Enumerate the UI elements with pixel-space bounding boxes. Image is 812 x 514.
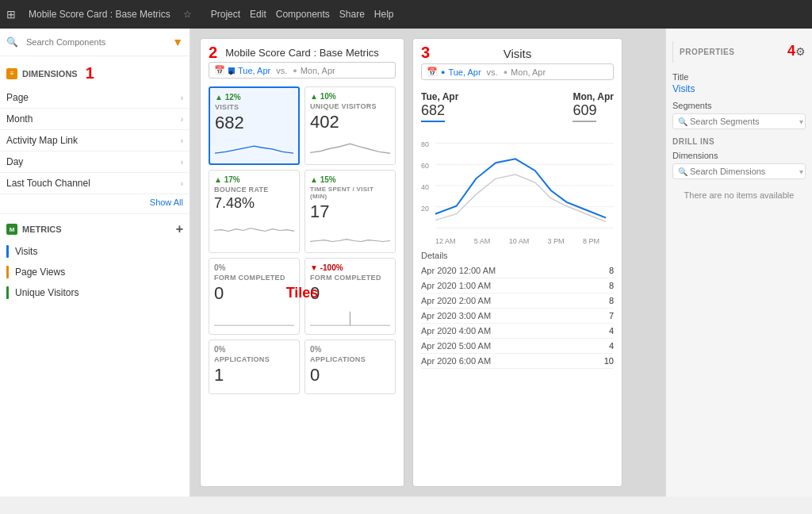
visits-date-filter[interactable]: 📅 ● Tue, Apr vs. ● Mon, Apr: [421, 63, 614, 80]
menu-share[interactable]: Share: [339, 9, 365, 20]
sidebar-item-month[interactable]: Month ›: [0, 109, 190, 130]
tile-form-completed-1[interactable]: 0% FORM COMPLETED 0: [209, 258, 300, 335]
title-field: Title Visits: [672, 72, 806, 94]
chevron-down-icon: ▾: [799, 167, 803, 176]
add-metric-button[interactable]: +: [176, 222, 183, 236]
tile-sparkline: [214, 307, 294, 329]
visits-chart: 80 60 40 20 12 AM 5 AM: [421, 135, 614, 238]
dot-gray: ●: [293, 67, 297, 75]
filter-icon[interactable]: ▼: [172, 36, 183, 48]
chevron-icon: ›: [181, 179, 183, 188]
tile-time-spent[interactable]: ▲ 15% TIME SPENT / VISIT (MIN) 17: [304, 170, 396, 253]
menu-components[interactable]: Components: [276, 9, 330, 20]
metrics-title: M METRICS +: [6, 222, 183, 236]
dimensions-title: ≡ DIMENSIONS 1: [6, 64, 183, 82]
annotation-1: 1: [86, 64, 94, 82]
tile-change: 0%: [214, 345, 294, 354]
menu-project[interactable]: Project: [211, 9, 240, 20]
metric-visits[interactable]: Visits: [0, 241, 190, 262]
svg-text:60: 60: [421, 162, 429, 170]
tile-label: FORM COMPLETED: [214, 274, 294, 282]
details-section: Details Apr 2020 12:00 AM 8 Apr 2020 1:0…: [421, 251, 614, 369]
menu-edit[interactable]: Edit: [250, 9, 266, 20]
sidebar-item-activity-map[interactable]: Activity Map Link ›: [0, 130, 190, 152]
chevron-icon: ›: [181, 115, 183, 124]
chart-x-axis: 12 AM 5 AM 10 AM 3 PM 8 PM: [421, 237, 614, 245]
right-sidebar: PROPERTIES 4 ⚙ Title Visits Segments 🔍 ▾…: [665, 29, 812, 497]
detail-row: Apr 2020 3:00 AM 7: [421, 309, 614, 324]
drill-ins-section: DRILL INS Dimensions 🔍 ▾ There are no it…: [672, 137, 806, 206]
detail-row: Apr 2020 1:00 AM 8: [421, 278, 614, 293]
visits-title: Visits: [504, 47, 532, 60]
dot-gray: ●: [504, 68, 508, 76]
svg-text:20: 20: [421, 205, 429, 213]
tile-bounce-rate[interactable]: ▲ 17% BOUNCE RATE 7.48%: [209, 170, 300, 253]
star-icon[interactable]: ☆: [183, 9, 192, 20]
tile-change: ▲ 10%: [310, 92, 390, 101]
metrics-icon: M: [6, 224, 17, 235]
svg-text:40: 40: [421, 183, 429, 191]
tile-sparkline: [214, 215, 294, 237]
tile-sparkline: [215, 136, 293, 159]
sidebar-item-last-touch[interactable]: Last Touch Channel ›: [0, 173, 190, 194]
annotation-4: 4: [787, 43, 795, 59]
sidebar-item-page[interactable]: Page ›: [0, 87, 190, 109]
center-content: 2 Mobile Score Card : Base Metrics 📅 ● T…: [190, 29, 665, 497]
tile-value: 17: [310, 201, 390, 222]
chevron-icon: ›: [181, 158, 183, 167]
tile-label: FORM COMPLETED: [310, 274, 390, 282]
chevron-icon: ›: [181, 136, 183, 145]
main-panel-card: 2 Mobile Score Card : Base Metrics 📅 ● T…: [200, 38, 404, 487]
tile-applications-1[interactable]: 0% APPLICATIONS 1: [209, 339, 300, 394]
metric-unique-visitors[interactable]: Unique Visitors: [0, 282, 190, 303]
menu-bar: Project Edit Components Share Help: [211, 9, 394, 20]
segments-search[interactable]: 🔍 ▾: [672, 113, 806, 129]
left-sidebar: 🔍 ▼ ≡ DIMENSIONS 1 Page › Month › Act: [0, 29, 190, 497]
dot-blue: ●: [441, 68, 445, 76]
dimensions-search[interactable]: 🔍 ▾: [672, 163, 806, 179]
svg-text:80: 80: [421, 140, 429, 148]
tile-change: ▲ 17%: [214, 175, 294, 184]
tile-visits[interactable]: ▲ 12% VISITS 682: [209, 86, 300, 165]
calendar-icon: 📅: [214, 65, 225, 75]
date-filter[interactable]: 📅 ● Tue, Apr vs. ● Mon, Apr: [209, 62, 396, 79]
main-layout: 🔍 ▼ ≡ DIMENSIONS 1 Page › Month › Act: [0, 29, 812, 497]
tiles-grid: ▲ 12% VISITS 682 ▲ 10% UNIQUE VISITORS 4…: [209, 86, 396, 394]
search-bar: 🔍 ▼: [0, 29, 190, 56]
tile-change: 0%: [214, 263, 294, 272]
tile-form-completed-2[interactable]: ▼ -100% FORM COMPLETED 0: [304, 258, 396, 335]
gear-icon[interactable]: ⚙: [795, 45, 806, 58]
tile-change: ▲ 15%: [310, 175, 390, 184]
search-icon: 🔍: [6, 36, 18, 48]
show-all-link[interactable]: Show All: [0, 194, 190, 210]
top-bar: ⊞ Mobile Score Card : Base Metrics ☆ Pro…: [0, 0, 812, 29]
tile-label: TIME SPENT / VISIT (MIN): [310, 186, 390, 200]
sidebar-item-day[interactable]: Day ›: [0, 152, 190, 173]
app-icon: ⊞: [6, 8, 16, 21]
chart-svg: 80 60 40 20: [421, 135, 614, 238]
search-icon: 🔍: [678, 167, 688, 176]
tile-label: APPLICATIONS: [214, 355, 294, 363]
tile-applications-2[interactable]: 0% APPLICATIONS 0: [304, 339, 396, 394]
chevron-icon: ›: [181, 94, 183, 102]
dimensions-input[interactable]: [690, 167, 799, 176]
metrics-section: M METRICS +: [0, 217, 190, 241]
metric-page-views[interactable]: Page Views: [0, 262, 190, 282]
search-icon: 🔍: [678, 117, 688, 126]
menu-help[interactable]: Help: [374, 9, 394, 20]
tile-value: 0: [310, 283, 390, 304]
segments-input[interactable]: [690, 117, 799, 126]
tile-unique-visitors[interactable]: ▲ 10% UNIQUE VISITORS 402: [304, 86, 396, 165]
tile-value: 1: [214, 365, 294, 386]
tile-sparkline: [310, 307, 390, 329]
detail-row: Apr 2020 12:00 AM 8: [421, 263, 614, 278]
tile-label: BOUNCE RATE: [214, 186, 294, 194]
tile-change: 0%: [310, 345, 390, 354]
chevron-down-icon: ▾: [799, 117, 803, 126]
detail-row: Apr 2020 4:00 AM 4: [421, 324, 614, 339]
app-title: Mobile Score Card : Base Metrics: [29, 9, 170, 20]
tile-change: ▼ -100%: [310, 263, 390, 272]
search-input[interactable]: [21, 35, 169, 49]
dimensions-icon: ≡: [6, 68, 17, 79]
segments-field: Segments 🔍 ▾: [672, 101, 806, 129]
